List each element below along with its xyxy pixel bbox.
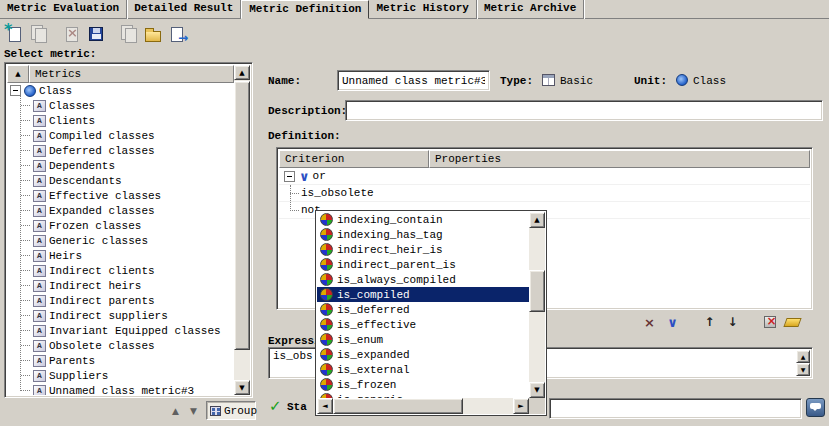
tab[interactable]: Metric Archive (477, 0, 584, 19)
scrollbar-thumb[interactable] (529, 270, 545, 312)
tree-item[interactable]: Obsolete classes (15, 338, 234, 353)
criterion-pie-icon (320, 273, 333, 286)
collapse-icon[interactable] (284, 171, 295, 182)
tree-item[interactable]: Heirs (15, 248, 234, 263)
criterion-column-header[interactable]: Criterion (279, 150, 429, 168)
delete-criterion-icon[interactable] (760, 314, 779, 331)
dropdown-item[interactable]: is_enum (317, 332, 529, 347)
tree-item[interactable]: Invariant Equipped classes (15, 323, 234, 338)
dropdown-item[interactable]: is_external (317, 362, 529, 377)
dropdown-item[interactable]: is_expanded (317, 347, 529, 362)
dropdown-item[interactable]: is_frozen (317, 377, 529, 392)
tree-item[interactable]: Dependents (15, 158, 234, 173)
tree-item[interactable]: Compiled classes (15, 128, 234, 143)
tab[interactable]: Metric Definition (241, 0, 369, 19)
move-metric-down-icon[interactable] (185, 402, 202, 419)
scrollbar-thumb[interactable] (234, 81, 250, 350)
open-metric-file-icon[interactable] (141, 22, 165, 46)
unit-label: Unit: (634, 75, 667, 87)
new-metric-icon[interactable] (3, 22, 27, 46)
dropdown-item[interactable]: indirect_heir_is (317, 242, 529, 257)
or-operator-icon[interactable] (663, 314, 682, 331)
tree-item[interactable]: Parents (15, 353, 234, 368)
scroll-right-icon[interactable] (513, 398, 529, 414)
metric-icon (33, 370, 46, 382)
valid-status-check-icon (269, 397, 282, 415)
tree-item-label: Generic classes (49, 235, 148, 247)
scrollbar-thumb[interactable] (333, 398, 463, 414)
tree-item[interactable]: Expanded classes (15, 203, 234, 218)
scroll-down-icon[interactable] (234, 380, 250, 395)
class-unit-icon (24, 85, 36, 97)
move-down-icon[interactable] (723, 314, 742, 331)
dropdown-item-label: is_effective (337, 319, 416, 331)
metric-tree: Class Classes Clients Compiled classes (7, 83, 234, 395)
dropdown-item[interactable]: is_compiled (317, 287, 529, 302)
tree-item[interactable]: Generic classes (15, 233, 234, 248)
description-field[interactable] (345, 100, 823, 121)
metric-icon (33, 250, 46, 262)
tab[interactable]: Metric History (369, 0, 476, 19)
scroll-down-icon[interactable] (529, 382, 545, 398)
dropdown-item[interactable]: is_deferred (317, 302, 529, 317)
tree-item[interactable]: Clients (15, 113, 234, 128)
tree-item[interactable]: Effective classes (15, 188, 234, 203)
save-metric-icon[interactable] (84, 22, 108, 46)
dropdown-item[interactable]: indexing_contain (317, 212, 529, 227)
scroll-up-icon[interactable] (234, 65, 250, 80)
dropdown-vertical-scrollbar[interactable] (529, 212, 545, 398)
remove-criterion-icon[interactable] (640, 314, 659, 331)
dropdown-item[interactable]: indexing_has_tag (317, 227, 529, 242)
dropdown-item[interactable]: is_effective (317, 317, 529, 332)
group-toggle-button[interactable]: Group (206, 401, 256, 420)
move-up-icon[interactable] (700, 314, 719, 331)
tree-item-class-root[interactable]: Class (7, 83, 234, 98)
tree-item[interactable]: Indirect heirs (15, 278, 234, 293)
dropdown-horizontal-scrollbar[interactable] (317, 398, 529, 414)
tree-item-label: Classes (49, 100, 95, 112)
sort-ascending-icon[interactable] (7, 65, 29, 83)
tree-scrollbar[interactable] (234, 65, 250, 395)
criterion-row-is-obsolete[interactable]: is_obsolete (279, 185, 810, 202)
tree-item[interactable]: Deferred classes (15, 143, 234, 158)
dropdown-item-label: is_expanded (337, 349, 410, 361)
scroll-down-icon[interactable] (796, 363, 810, 376)
tree-item[interactable]: Frozen classes (15, 218, 234, 233)
or-operator-icon (299, 169, 310, 184)
tree-item[interactable]: Suppliers (15, 368, 234, 383)
import-metrics-icon[interactable] (117, 22, 141, 46)
scroll-up-icon[interactable] (796, 350, 810, 363)
tree-item-label: Indirect parents (49, 295, 155, 307)
duplicate-metric-icon[interactable] (27, 22, 51, 46)
move-metric-up-icon[interactable] (167, 402, 184, 419)
tree-item[interactable]: Indirect clients (15, 263, 234, 278)
tree-item[interactable]: Indirect suppliers (15, 308, 234, 323)
metric-icon (33, 100, 46, 112)
scroll-up-icon[interactable] (529, 212, 545, 228)
remove-metric-icon[interactable] (60, 22, 84, 46)
tree-item-label: Parents (49, 355, 95, 367)
criterion-label: or (313, 170, 326, 182)
metrics-column-header[interactable]: Metrics (29, 65, 234, 83)
tab[interactable]: Metric Evaluation (0, 0, 127, 19)
tree-item[interactable]: Classes (15, 98, 234, 113)
tab[interactable]: Detailed Result (127, 0, 241, 19)
metric-icon (33, 205, 46, 217)
comment-icon[interactable] (806, 398, 825, 417)
name-field[interactable] (337, 70, 490, 91)
tree-item[interactable]: Indirect parents (15, 293, 234, 308)
criterion-pie-icon (320, 333, 333, 346)
tree-item-label: Invariant Equipped classes (49, 325, 221, 337)
export-metrics-icon[interactable] (165, 22, 189, 46)
scroll-left-icon[interactable] (317, 398, 333, 414)
tree-item-label: Effective classes (49, 190, 161, 202)
dropdown-item[interactable]: indirect_parent_is (317, 257, 529, 272)
status-field[interactable] (549, 398, 802, 419)
dropdown-item[interactable]: is_always_compiled (317, 272, 529, 287)
expression-scrollbar[interactable] (796, 350, 810, 376)
properties-column-header[interactable]: Properties (429, 150, 810, 168)
tree-item[interactable]: Descendants (15, 173, 234, 188)
tree-item[interactable]: Unnamed class metric#3 (15, 383, 234, 395)
erase-criterion-icon[interactable] (783, 314, 802, 331)
criterion-row-or[interactable]: or (279, 168, 810, 185)
